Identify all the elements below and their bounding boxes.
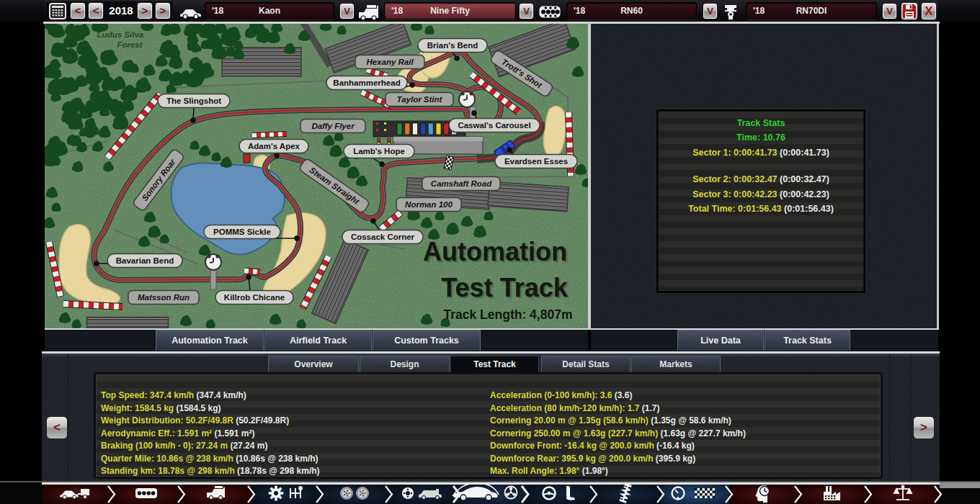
- svg-text:Cossack Corner: Cossack Corner: [351, 233, 415, 241]
- svg-text:Matsson Run: Matsson Run: [138, 293, 190, 302]
- svg-text:Adam's Apex: Adam's Apex: [248, 142, 300, 150]
- svg-text:Test Track: Test Track: [441, 273, 568, 302]
- svg-text:Lamb's Hope: Lamb's Hope: [353, 147, 405, 156]
- svg-text:Brian's Bend: Brian's Bend: [427, 41, 478, 50]
- svg-text:Bavarian Bend: Bavarian Bend: [116, 256, 174, 265]
- svg-text:Ludus Silva: Ludus Silva: [97, 30, 144, 39]
- svg-text:Camshaft Road: Camshaft Road: [431, 179, 492, 188]
- svg-text:Norman 100: Norman 100: [405, 200, 453, 209]
- svg-text:Automation: Automation: [423, 237, 567, 266]
- svg-text:POMMS Sickle: POMMS Sickle: [213, 228, 271, 236]
- svg-text:Daffy Flyer: Daffy Flyer: [311, 122, 355, 130]
- svg-text:The Slingshot: The Slingshot: [166, 96, 221, 105]
- svg-text:Hexany Rail: Hexany Rail: [366, 58, 414, 66]
- svg-text:Evardsen Esses: Evardsen Esses: [504, 157, 568, 166]
- svg-text:Taylor Stint: Taylor Stint: [397, 95, 443, 104]
- svg-text:Forest: Forest: [117, 40, 143, 49]
- svg-text:Banhammerhead: Banhammerhead: [333, 78, 400, 87]
- svg-text:Killrob Chicane: Killrob Chicane: [224, 293, 285, 302]
- svg-text:Track Length: 4,807m: Track Length: 4,807m: [444, 307, 573, 322]
- svg-text:Caswal's Carousel: Caswal's Carousel: [458, 121, 530, 130]
